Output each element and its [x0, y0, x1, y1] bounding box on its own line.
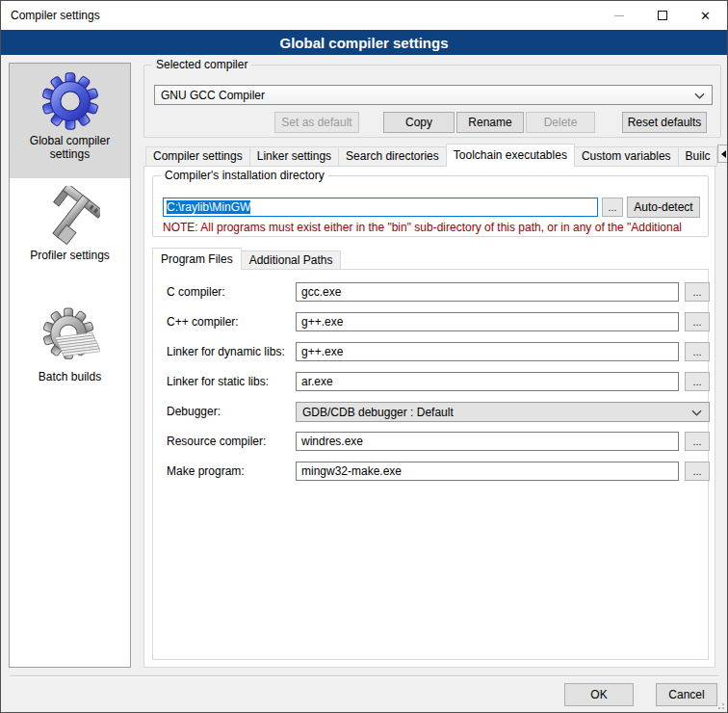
caliper-icon [40, 186, 100, 246]
make-program-browse-button[interactable]: ... [685, 462, 710, 481]
cancel-button[interactable]: Cancel [656, 683, 717, 706]
toolchain-executables-panel: Compiler's installation directory C:\ray… [143, 166, 715, 668]
settings-category-list: Global compiler settings Profiler [9, 63, 131, 668]
tab-additional-paths[interactable]: Additional Paths [242, 251, 342, 270]
field-row-linker-static: Linker for static libs: ... [153, 372, 708, 391]
cpp-compiler-input[interactable] [296, 312, 679, 331]
program-files-panel: C compiler: ... C++ compiler: ... Linker… [152, 269, 709, 660]
set-as-default-button[interactable]: Set as default [274, 112, 359, 133]
field-row-resource-compiler: Resource compiler: ... [153, 432, 708, 451]
chevron-down-icon [694, 92, 705, 99]
close-icon: ✕ [700, 10, 711, 22]
group-legend: Compiler's installation directory [161, 169, 328, 182]
linker-static-browse-button[interactable]: ... [685, 372, 710, 391]
tab-custom-variables[interactable]: Custom variables [575, 146, 679, 167]
gray-gear-papers-icon [40, 307, 100, 367]
sidebar-item-label: Profiler settings [16, 249, 124, 262]
delete-button[interactable]: Delete [526, 112, 595, 133]
copy-button[interactable]: Copy [383, 112, 455, 133]
sidebar-item-label: Batch builds [16, 370, 124, 383]
debugger-label: Debugger: [167, 402, 221, 421]
settings-tabstrip: Compiler settings Linker settings Search… [145, 144, 728, 167]
chevron-down-icon [691, 409, 702, 416]
resource-compiler-browse-button[interactable]: ... [685, 432, 710, 451]
field-row-debugger: Debugger: GDB/CDB debugger : Default [153, 402, 708, 421]
linker-dynamic-browse-button[interactable]: ... [685, 342, 710, 361]
c-compiler-browse-button[interactable]: ... [685, 282, 710, 302]
linker-dynamic-label: Linker for dynamic libs: [167, 342, 285, 361]
window-controls: ✕ [597, 1, 727, 30]
field-row-cpp-compiler: C++ compiler: ... [153, 312, 708, 331]
program-files-tabstrip: Program Files Additional Paths [152, 248, 341, 270]
field-row-make-program: Make program: ... [153, 462, 708, 481]
dialog-banner: Global compiler settings [1, 30, 727, 55]
tab-program-files[interactable]: Program Files [152, 248, 242, 270]
sidebar-item-global-compiler-settings[interactable]: Global compiler settings [10, 64, 130, 178]
compiler-select[interactable]: GNU GCC Compiler [154, 85, 713, 105]
tab-search-directories[interactable]: Search directories [339, 146, 447, 167]
maximize-button[interactable] [640, 1, 684, 30]
close-button[interactable]: ✕ [684, 1, 727, 30]
selected-compiler-group: Selected compiler GNU GCC Compiler Set a… [143, 65, 721, 138]
titlebar[interactable]: Compiler settings ✕ [1, 1, 727, 30]
group-legend: Selected compiler [152, 58, 251, 71]
installation-dir-selected-text: C:\raylib\MinGW [167, 200, 250, 214]
maximize-icon [658, 11, 667, 20]
c-compiler-label: C compiler: [167, 282, 225, 302]
minimize-icon [614, 15, 624, 16]
linker-dynamic-input[interactable] [296, 342, 679, 361]
ok-button[interactable]: OK [564, 683, 634, 706]
resize-grip[interactable] [715, 700, 724, 709]
linker-static-label: Linker for static libs: [167, 372, 269, 391]
sidebar-item-batch-builds[interactable]: Batch builds [10, 284, 130, 383]
installation-directory-group: Compiler's installation directory C:\ray… [152, 175, 709, 237]
tab-compiler-settings[interactable]: Compiler settings [145, 146, 250, 167]
reset-defaults-button[interactable]: Reset defaults [622, 112, 707, 133]
field-row-c-compiler: C compiler: ... [153, 282, 708, 302]
c-compiler-input[interactable] [296, 282, 679, 302]
make-program-input[interactable] [296, 462, 679, 481]
installation-dir-browse-button[interactable]: ... [602, 198, 623, 217]
tab-scroll-arrows [717, 144, 728, 167]
rename-button[interactable]: Rename [456, 112, 524, 133]
make-program-label: Make program: [167, 462, 245, 481]
debugger-select[interactable]: GDB/CDB debugger : Default [296, 402, 710, 422]
compiler-settings-dialog: Compiler settings ✕ Global compiler sett… [0, 0, 728, 713]
page-title: Global compiler settings [279, 35, 448, 51]
installation-note: NOTE: All programs must exist either in … [163, 221, 708, 234]
window-title: Compiler settings [1, 9, 100, 22]
resource-compiler-label: Resource compiler: [167, 432, 266, 451]
auto-detect-button[interactable]: Auto-detect [627, 197, 700, 218]
linker-static-input[interactable] [296, 372, 679, 391]
minimize-button[interactable] [597, 1, 640, 30]
tab-build-options-clipped[interactable]: Builc [679, 146, 717, 167]
cpp-compiler-browse-button[interactable]: ... [685, 312, 710, 331]
debugger-select-value: GDB/CDB debugger : Default [302, 406, 454, 419]
blue-gear-icon [40, 71, 100, 131]
field-row-linker-dynamic: Linker for dynamic libs: ... [153, 342, 708, 361]
cpp-compiler-label: C++ compiler: [167, 312, 239, 331]
resource-compiler-input[interactable] [296, 432, 679, 451]
sidebar-item-label: Global compiler settings [16, 134, 124, 161]
tab-linker-settings[interactable]: Linker settings [250, 146, 339, 167]
footer-separator [10, 675, 718, 676]
triangle-left-icon [721, 150, 726, 158]
compiler-select-value: GNU GCC Compiler [161, 89, 265, 102]
tab-scroll-left-button[interactable] [717, 145, 728, 163]
sidebar-item-profiler-settings[interactable]: Profiler settings [10, 178, 130, 284]
tab-toolchain-executables[interactable]: Toolchain executables [446, 144, 575, 167]
installation-dir-input[interactable]: C:\raylib\MinGW [163, 198, 598, 217]
